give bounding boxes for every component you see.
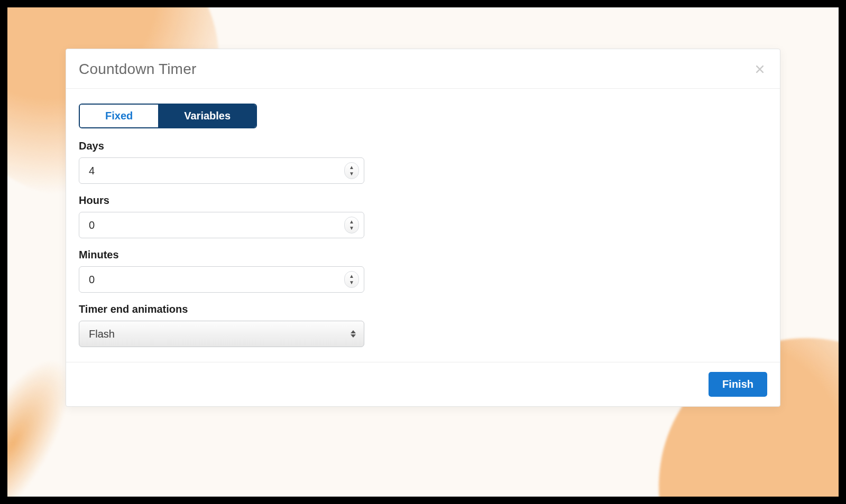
close-icon[interactable] <box>752 62 767 77</box>
chevron-down-icon[interactable]: ▼ <box>349 225 354 231</box>
field-hours: Hours ▲ ▼ <box>79 194 364 238</box>
animation-select[interactable]: Flash <box>79 321 364 347</box>
hours-input[interactable] <box>79 212 364 238</box>
field-animation: Timer end animations Flash <box>79 303 364 347</box>
animation-label: Timer end animations <box>79 303 364 315</box>
tab-variables[interactable]: Variables <box>159 105 256 127</box>
animation-select-wrap: Flash <box>79 321 364 347</box>
days-input-wrap: ▲ ▼ <box>79 157 364 184</box>
modal-footer: Finish <box>66 362 780 406</box>
modal-body: Fixed Variables Days ▲ ▼ Hours <box>66 89 780 362</box>
minutes-label: Minutes <box>79 249 364 261</box>
days-label: Days <box>79 140 364 152</box>
hours-label: Hours <box>79 194 364 207</box>
field-minutes: Minutes ▲ ▼ <box>79 249 364 293</box>
chevron-down-icon[interactable]: ▼ <box>349 279 354 286</box>
days-input[interactable] <box>79 157 364 184</box>
hours-stepper[interactable]: ▲ ▼ <box>344 217 359 234</box>
minutes-stepper[interactable]: ▲ ▼ <box>344 271 359 288</box>
mode-toggle: Fixed Variables <box>79 104 257 128</box>
chevron-up-icon[interactable]: ▲ <box>349 164 354 171</box>
minutes-input-wrap: ▲ ▼ <box>79 266 364 293</box>
modal-header: Countdown Timer <box>66 49 780 89</box>
page-background: Countdown Timer Fixed Variables Days ▲ <box>7 7 839 497</box>
tab-fixed[interactable]: Fixed <box>80 105 159 127</box>
chevron-down-icon[interactable]: ▼ <box>349 171 354 177</box>
field-days: Days ▲ ▼ <box>79 140 364 184</box>
countdown-timer-modal: Countdown Timer Fixed Variables Days ▲ <box>66 49 780 407</box>
chevron-up-icon[interactable]: ▲ <box>349 219 354 225</box>
hours-input-wrap: ▲ ▼ <box>79 212 364 238</box>
minutes-input[interactable] <box>79 266 364 293</box>
chevron-up-icon[interactable]: ▲ <box>349 273 354 279</box>
modal-title: Countdown Timer <box>79 61 196 78</box>
days-stepper[interactable]: ▲ ▼ <box>344 162 359 179</box>
finish-button[interactable]: Finish <box>709 372 767 397</box>
